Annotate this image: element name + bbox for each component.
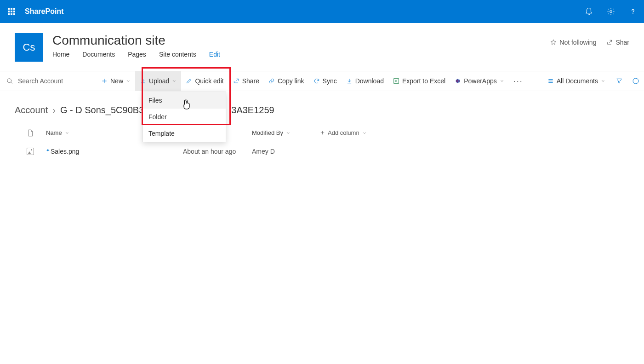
search-icon xyxy=(6,78,13,85)
breadcrumb: Account › G - D Sons_5C90B33A3E1259 xyxy=(0,91,644,117)
more-commands-button[interactable]: ··· xyxy=(509,71,528,91)
quick-edit-label: Quick edit xyxy=(195,77,223,85)
app-launcher-button[interactable] xyxy=(0,0,23,23)
row-modified-by[interactable]: Amey D xyxy=(252,148,320,155)
chevron-right-icon: › xyxy=(52,105,56,116)
bell-icon xyxy=(585,7,593,16)
document-list: Name Modified Modified By Add column ✦Sa… xyxy=(15,124,629,161)
upload-label: Upload xyxy=(149,77,169,85)
new-button[interactable]: New xyxy=(97,71,135,91)
site-logo[interactable]: Cs xyxy=(15,33,43,62)
upload-menu-files[interactable]: Files xyxy=(143,92,226,109)
export-excel-label: Export to Excel xyxy=(402,77,445,85)
share-button[interactable]: Share xyxy=(228,71,264,91)
chevron-down-icon xyxy=(65,131,69,135)
download-icon xyxy=(346,78,353,84)
brand-label[interactable]: SharePoint xyxy=(23,7,63,16)
row-file-name[interactable]: ✦Sales.png xyxy=(46,148,183,155)
chevron-down-icon xyxy=(362,131,367,135)
svg-point-0 xyxy=(610,11,612,13)
sync-label: Sync xyxy=(323,77,337,85)
view-selector-label: All Documents xyxy=(557,77,598,85)
svg-point-1 xyxy=(633,13,633,14)
site-header: Cs Communication site Home Documents Pag… xyxy=(0,23,644,62)
breadcrumb-library[interactable]: Account xyxy=(15,105,48,116)
upload-dropdown: Files Folder Template xyxy=(142,92,226,142)
chevron-down-icon xyxy=(172,79,177,83)
quick-edit-button[interactable]: Quick edit xyxy=(181,71,228,91)
powerapps-button[interactable]: PowerApps xyxy=(450,71,509,91)
not-following-label: Not following xyxy=(559,39,596,46)
sync-icon xyxy=(313,78,320,84)
filter-icon xyxy=(616,77,623,85)
filter-button[interactable] xyxy=(611,71,627,91)
search-box[interactable]: Search Account xyxy=(0,77,97,85)
svg-point-4 xyxy=(633,78,638,84)
site-nav: Home Documents Pages Site contents Edit xyxy=(52,51,541,58)
upload-menu-folder[interactable]: Folder xyxy=(143,109,226,125)
nav-home[interactable]: Home xyxy=(52,51,69,58)
new-indicator-icon: ✦ xyxy=(46,148,50,153)
plus-icon xyxy=(320,130,325,135)
settings-button[interactable] xyxy=(600,0,622,23)
excel-icon xyxy=(393,78,399,84)
view-selector[interactable]: All Documents xyxy=(542,77,611,85)
table-header: Name Modified Modified By Add column xyxy=(15,124,629,142)
share-icon xyxy=(233,78,239,84)
gear-icon xyxy=(607,7,615,16)
row-modified: About an hour ago xyxy=(183,148,252,155)
chevron-down-icon xyxy=(286,131,291,135)
download-label: Download xyxy=(355,77,384,85)
copy-link-label: Copy link xyxy=(278,77,304,85)
waffle-icon xyxy=(8,8,15,15)
download-button[interactable]: Download xyxy=(342,71,388,91)
plus-icon xyxy=(101,78,108,84)
share-site-label: Shar xyxy=(616,39,629,46)
powerapps-label: PowerApps xyxy=(464,77,497,85)
nav-site-contents[interactable]: Site contents xyxy=(159,51,196,58)
chevron-down-icon xyxy=(601,79,605,83)
new-label: New xyxy=(110,77,123,85)
powerapps-icon xyxy=(455,78,461,84)
star-icon xyxy=(550,39,557,46)
info-icon xyxy=(632,77,639,85)
add-column-button[interactable]: Add column xyxy=(320,129,367,136)
upload-menu-template[interactable]: Template xyxy=(143,125,226,142)
chevron-down-icon xyxy=(500,79,504,83)
svg-point-2 xyxy=(7,78,11,82)
command-bar: Search Account New Upload Quick edit Sha… xyxy=(0,71,644,91)
share-arrow-icon xyxy=(606,39,613,46)
help-button[interactable] xyxy=(622,0,644,23)
help-icon xyxy=(629,7,637,16)
notifications-button[interactable] xyxy=(578,0,600,23)
table-row[interactable]: ✦Sales.png About an hour ago Amey D xyxy=(15,142,629,161)
sync-button[interactable]: Sync xyxy=(309,71,342,91)
image-file-icon xyxy=(27,148,34,155)
chevron-down-icon xyxy=(126,79,131,83)
site-title: Communication site xyxy=(52,33,541,48)
column-header-type[interactable] xyxy=(15,129,46,137)
upload-button[interactable]: Upload xyxy=(135,71,181,91)
nav-edit-link[interactable]: Edit xyxy=(209,51,220,58)
share-site-button[interactable]: Shar xyxy=(606,39,629,46)
export-excel-button[interactable]: Export to Excel xyxy=(388,71,450,91)
nav-documents[interactable]: Documents xyxy=(82,51,115,58)
not-following-button[interactable]: Not following xyxy=(550,39,596,46)
info-pane-button[interactable] xyxy=(627,71,644,91)
file-icon xyxy=(27,129,34,137)
upload-icon xyxy=(140,78,146,84)
row-file-type xyxy=(15,148,46,155)
list-icon xyxy=(547,78,554,84)
suite-bar: SharePoint xyxy=(0,0,644,23)
nav-pages[interactable]: Pages xyxy=(128,51,146,58)
search-placeholder: Search Account xyxy=(18,77,63,85)
pencil-icon xyxy=(186,78,192,84)
copy-link-button[interactable]: Copy link xyxy=(264,71,309,91)
column-header-modified-by[interactable]: Modified By xyxy=(252,129,320,136)
share-label: Share xyxy=(242,77,259,85)
link-icon xyxy=(268,78,275,84)
